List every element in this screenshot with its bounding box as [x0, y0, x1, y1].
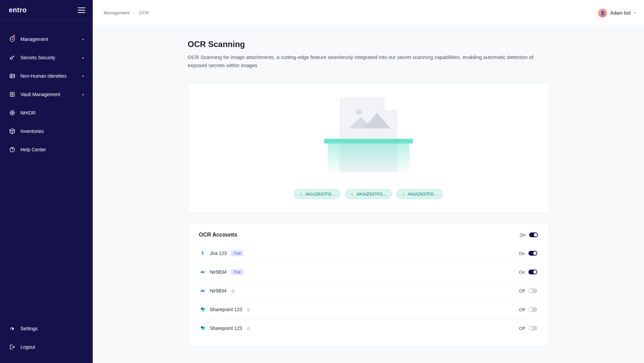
account-row: Sharepoint 123Off: [196, 300, 541, 319]
account-toggle-wrap: Off: [519, 288, 537, 293]
chip-label: AKIAZ837FG...: [408, 192, 438, 197]
account-name: Nir9834: [210, 288, 227, 293]
nav-bottom: SettingsLogout: [0, 319, 93, 363]
account-row: Jira 123TrialOn: [196, 244, 541, 263]
jira-icon: [200, 250, 206, 256]
account-toggle[interactable]: [528, 251, 537, 256]
sidebar-item-management[interactable]: Management▾: [0, 30, 93, 48]
chevron-down-icon: ▾: [82, 37, 84, 41]
account-toggle-label: Off: [519, 288, 525, 293]
account-toggle[interactable]: [528, 288, 537, 293]
help-icon: [9, 146, 16, 153]
trial-badge: Trial: [231, 269, 243, 275]
sidebar-item-secrets-security[interactable]: Secrets Security▾: [0, 48, 93, 67]
secret-chips: AKIAZ837FG...AKIAZ837FG...AKIAZ837FG...: [294, 189, 443, 199]
nav-label: Help Center: [20, 147, 84, 152]
master-toggle-wrap: On: [520, 232, 538, 238]
lock-icon: [246, 326, 251, 331]
account-toggle-wrap: On: [519, 251, 537, 256]
nav-label: Inventories: [20, 128, 84, 134]
main-nav: Management▾Secrets Security▾Non-Human Id…: [0, 20, 93, 319]
svg-rect-3: [10, 92, 14, 96]
svg-point-4: [12, 94, 13, 95]
trial-badge: Trial: [231, 250, 243, 256]
secret-chip: AKIAZ837FG...: [345, 189, 391, 199]
svg-rect-11: [301, 195, 301, 196]
sidebar-item-logout[interactable]: Logout: [0, 338, 93, 356]
account-name: Jira 123: [210, 251, 227, 256]
account-toggle-label: Off: [519, 326, 525, 331]
confluence-icon: [200, 288, 206, 294]
vault-icon: [9, 91, 16, 98]
target-icon: [9, 109, 16, 116]
nav-label: Non-Human Identities: [20, 73, 77, 79]
breadcrumb-current[interactable]: OCR: [139, 10, 149, 15]
chevron-right-icon: ›: [134, 11, 135, 15]
breadcrumb-root[interactable]: Management: [104, 10, 130, 15]
account-toggle[interactable]: [528, 326, 537, 331]
secret-chip: AKIAZ837FG...: [396, 189, 443, 199]
nav-label: Management: [20, 36, 77, 42]
user-menu[interactable]: 👤 Adam bot ▾: [598, 9, 636, 17]
gear-icon: [9, 325, 16, 332]
slack-icon: [402, 192, 406, 196]
nav-label: Settings: [20, 326, 84, 331]
accounts-card: OCR Accounts On Jira 123TrialOnNir9834Tr…: [188, 223, 549, 347]
breadcrumb: Management › OCR: [104, 10, 149, 15]
nav-label: Vault Management: [20, 92, 77, 97]
master-toggle[interactable]: [529, 232, 538, 237]
sharepoint-icon: [200, 325, 206, 331]
account-toggle-label: Off: [519, 307, 525, 312]
scanner-illustration: [324, 97, 413, 179]
account-toggle[interactable]: [528, 307, 537, 312]
sidebar-item-help-center[interactable]: Help Center: [0, 140, 93, 159]
page-description: OCR Scanning for image attachments, a cu…: [188, 53, 549, 70]
lock-icon: [231, 289, 235, 293]
svg-rect-9: [301, 194, 302, 195]
notification-dot-icon: [13, 35, 15, 37]
svg-rect-19: [404, 195, 404, 196]
sidebar-header: entro: [0, 0, 93, 20]
chip-label: AKIAZ837FG...: [305, 192, 335, 197]
svg-point-27: [201, 328, 204, 330]
menu-toggle-icon[interactable]: [78, 7, 85, 13]
account-toggle-wrap: Off: [519, 326, 537, 331]
main-area: Management › OCR 👤 Adam bot ▾ OCR Scanni…: [93, 0, 644, 363]
accounts-title: OCR Accounts: [199, 232, 237, 238]
sidebar-item-nhidr[interactable]: NHIDR: [0, 104, 93, 122]
svg-rect-14: [352, 193, 352, 194]
chevron-down-icon: ▾: [82, 74, 84, 78]
illustration-card: AKIAZ837FG...AKIAZ837FG...AKIAZ837FG...: [188, 83, 549, 213]
user-name: Adam bot: [610, 10, 631, 16]
key-icon: [9, 54, 16, 61]
account-row: Nir9834Off: [196, 282, 541, 300]
sidebar-item-vault-management[interactable]: Vault Management▾: [0, 85, 93, 104]
id-icon: [9, 73, 16, 79]
sidebar-item-non-human-identities[interactable]: Non-Human Identities▾: [0, 67, 93, 85]
svg-point-5: [10, 111, 14, 115]
brand-logo: entro: [9, 6, 27, 14]
account-toggle-wrap: Off: [519, 307, 537, 312]
nav-label: Secrets Security: [20, 55, 77, 60]
svg-point-2: [11, 75, 12, 76]
svg-rect-24: [248, 309, 250, 311]
account-toggle-label: On: [519, 251, 525, 256]
account-toggle[interactable]: [528, 270, 537, 274]
confluence-icon: [200, 269, 206, 275]
svg-rect-18: [403, 193, 404, 194]
nav-label: Logout: [20, 344, 84, 350]
svg-rect-17: [404, 194, 405, 195]
sharepoint-icon: [200, 306, 206, 313]
shield-icon: [9, 36, 16, 43]
sidebar-item-inventories[interactable]: Inventories: [0, 122, 93, 140]
chevron-down-icon: ▾: [82, 93, 84, 96]
svg-point-6: [12, 112, 13, 114]
secret-chip: AKIAZ837FG...: [294, 189, 340, 199]
sidebar-item-settings[interactable]: Settings: [0, 319, 93, 338]
svg-rect-16: [402, 194, 403, 194]
slack-icon: [299, 192, 303, 196]
svg-rect-28: [248, 328, 250, 330]
nav-label: NHIDR: [20, 110, 84, 116]
account-name: Nir9834: [210, 269, 227, 275]
box-icon: [9, 128, 16, 135]
